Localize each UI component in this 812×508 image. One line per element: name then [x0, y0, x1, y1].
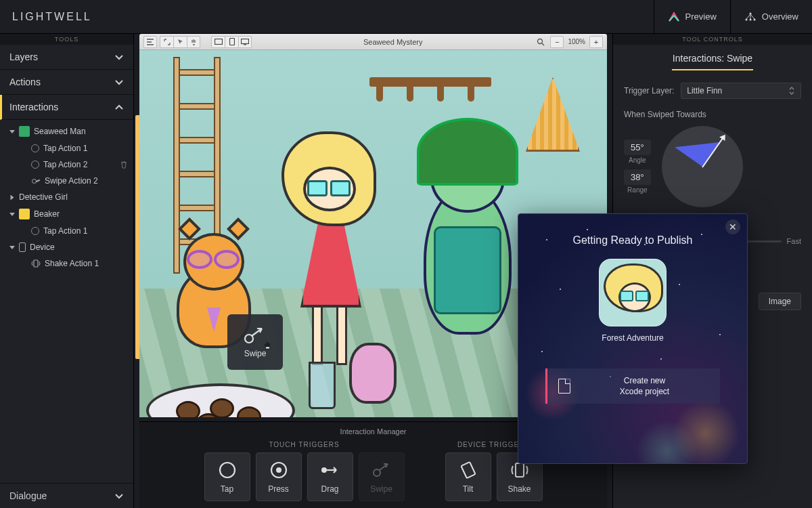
- device-desktop-button[interactable]: [238, 36, 252, 48]
- trigger-drag[interactable]: Drag: [307, 452, 353, 501]
- section-dialogue-label: Dialogue: [9, 490, 47, 501]
- section-actions-label: Actions: [9, 77, 41, 87]
- tree-item-beaker[interactable]: Beaker: [0, 205, 133, 223]
- tap-icon: [31, 227, 39, 235]
- search-button[interactable]: [534, 36, 547, 48]
- trigger-label: Tap: [221, 484, 233, 494]
- svg-rect-15: [461, 462, 475, 478]
- device-icon: [19, 242, 26, 252]
- svg-rect-5: [215, 39, 222, 45]
- svg-point-13: [321, 467, 327, 473]
- left-panel: TOOLS Layers Actions Interactions Seawee…: [0, 34, 134, 508]
- overview-button[interactable]: Overview: [730, 0, 812, 33]
- caret-down-icon: [9, 130, 15, 133]
- chevron-down-icon: [114, 491, 124, 501]
- chevron-up-icon: [114, 102, 124, 112]
- trigger-press[interactable]: Press: [256, 452, 302, 501]
- section-interactions[interactable]: Interactions: [0, 95, 133, 120]
- scene-seaweed-man: [397, 104, 532, 362]
- trigger-label: Tilt: [463, 484, 474, 494]
- tool-controls-label: TOOL CONTROLS: [613, 34, 812, 45]
- preview-button[interactable]: Preview: [654, 0, 730, 33]
- overview-label: Overview: [762, 12, 798, 22]
- touch-trigger-group: TOUCH TRIGGERS Tap Press Drag: [204, 441, 405, 501]
- select-button[interactable]: [173, 36, 187, 48]
- canvas-title: Seaweed Mystery: [254, 38, 531, 46]
- app-header: LIGHTWELL Preview Overview: [0, 0, 812, 34]
- trigger-layer-select[interactable]: Little Finn: [681, 83, 801, 99]
- app-name: Forest Adventure: [518, 333, 747, 343]
- section-layers-label: Layers: [9, 51, 38, 62]
- device-landscape-button[interactable]: [211, 36, 225, 48]
- range-label: Range: [624, 186, 651, 194]
- tree-item-tap-action-2[interactable]: Tap Action 2: [0, 156, 133, 173]
- preview-label: Preview: [685, 12, 717, 22]
- trigger-tap[interactable]: Tap: [204, 452, 250, 501]
- trigger-label: Press: [268, 484, 289, 494]
- section-dialogue[interactable]: Dialogue: [0, 483, 133, 508]
- svg-point-8: [538, 39, 543, 43]
- zoom-in-button[interactable]: +: [589, 36, 603, 48]
- chevron-down-icon: [114, 52, 124, 62]
- tool-controls-title: Interactions: Swipe: [613, 45, 812, 69]
- svg-point-12: [276, 467, 281, 473]
- tree-item-beaker-tap-1[interactable]: Tap Action 1: [0, 223, 133, 239]
- tap-icon: [31, 161, 39, 169]
- scene-glass: [309, 362, 336, 409]
- trigger-tilt[interactable]: Tilt: [445, 452, 491, 501]
- caret-down-icon: [9, 213, 15, 216]
- touch-triggers-label: TOUCH TRIGGERS: [269, 441, 339, 448]
- section-interactions-label: Interactions: [9, 102, 58, 112]
- angle-value[interactable]: 55°: [624, 140, 651, 155]
- trigger-swipe[interactable]: Swipe: [359, 452, 405, 501]
- swipe-icon: [31, 177, 41, 184]
- zoom-out-button[interactable]: −: [550, 36, 564, 48]
- shake-icon: [31, 259, 41, 268]
- tree-item-label: Device: [30, 242, 55, 252]
- swipe-direction-dial[interactable]: [662, 126, 743, 207]
- tree-item-label: Beaker: [34, 209, 60, 219]
- trigger-layer-value: Little Finn: [687, 86, 722, 96]
- tree-item-swipe-action-2[interactable]: Swipe Action 2: [0, 173, 133, 189]
- preview-icon: [668, 12, 680, 22]
- scene-coat-rack: [369, 77, 491, 87]
- scene-jug: [342, 322, 403, 404]
- interactions-tree: Seaweed Man Tap Action 1 Tap Action 2 Sw…: [0, 120, 133, 483]
- caret-down-icon: [9, 246, 15, 249]
- expand-button[interactable]: [160, 36, 173, 48]
- create-xcode-label: Create newXcode project: [580, 375, 709, 397]
- app-logo: LIGHTWELL: [0, 11, 104, 23]
- trigger-label: Drag: [321, 484, 338, 494]
- publish-modal: ✕ Getting Ready to Publish Forest Advent…: [518, 213, 748, 464]
- hand-button[interactable]: [187, 36, 200, 48]
- tree-item-seaweed-man[interactable]: Seaweed Man: [0, 123, 133, 140]
- tree-item-label: Seaweed Man: [34, 127, 86, 136]
- document-icon: [558, 379, 570, 394]
- device-portrait-button[interactable]: [225, 36, 238, 48]
- trigger-layer-label: Trigger Layer:: [624, 86, 674, 96]
- cursor-grab-icon: [263, 340, 273, 351]
- select-chevron-icon: [788, 87, 795, 95]
- modal-title: Getting Ready to Publish: [518, 214, 747, 259]
- tree-item-label: Tap Action 2: [43, 160, 87, 169]
- layer-thumb-icon: [19, 126, 30, 137]
- zoom-level: 100%: [566, 38, 587, 45]
- image-button[interactable]: Image: [759, 293, 801, 310]
- tree-item-label: Detective Girl: [19, 192, 68, 202]
- range-value[interactable]: 38°: [624, 169, 651, 185]
- tree-item-shake-action-1[interactable]: Shake Action 1: [0, 255, 133, 272]
- tree-item-device[interactable]: Device: [0, 239, 133, 255]
- tree-item-label: Tap Action 1: [43, 144, 87, 153]
- tree-item-label: Shake Action 1: [45, 259, 99, 268]
- tree-item-tap-action-1[interactable]: Tap Action 1: [0, 140, 133, 156]
- svg-point-14: [374, 469, 380, 476]
- align-button[interactable]: [143, 36, 157, 48]
- angle-label: Angle: [624, 156, 651, 164]
- svg-rect-6: [229, 39, 234, 45]
- tree-item-detective-girl[interactable]: Detective Girl: [0, 189, 133, 205]
- create-xcode-project-button[interactable]: Create newXcode project: [545, 368, 720, 404]
- trash-icon[interactable]: [120, 161, 128, 169]
- section-actions[interactable]: Actions: [0, 70, 133, 95]
- swipe-drop-overlay[interactable]: Swipe: [227, 314, 283, 370]
- section-layers[interactable]: Layers: [0, 45, 133, 70]
